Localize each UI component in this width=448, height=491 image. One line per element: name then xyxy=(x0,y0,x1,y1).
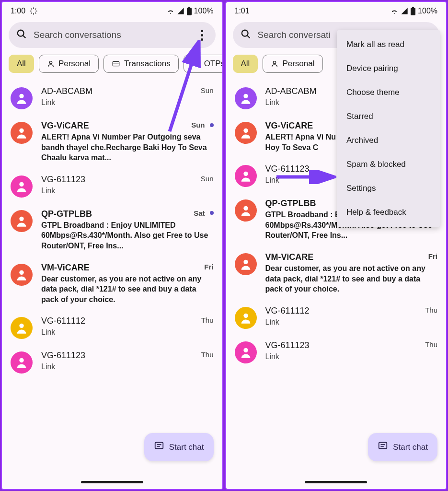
status-bar: 1:00 100% xyxy=(2,2,222,17)
unread-indicator xyxy=(210,211,214,215)
menu-spam-blocked[interactable]: Spam & blocked xyxy=(337,152,440,176)
search-icon xyxy=(16,29,27,41)
search-placeholder: Search conversations xyxy=(34,30,196,40)
menu-help-feedback[interactable]: Help & feedback xyxy=(337,200,440,224)
conversation-item[interactable]: VG-611123ThuLink xyxy=(2,345,222,379)
fab-label: Start chat xyxy=(169,443,204,452)
battery-percent: 100% xyxy=(418,7,437,15)
conversation-list[interactable]: AD-ABCABMSunLinkVG-ViCARESunALERT! Apna … xyxy=(2,79,222,489)
conversation-item[interactable]: AD-ABCABMSunLink xyxy=(2,81,222,115)
svg-point-27 xyxy=(243,129,248,133)
svg-line-3 xyxy=(23,35,26,38)
avatar xyxy=(11,175,33,198)
conversation-preview: Dear customer, as you are not active on … xyxy=(265,263,438,294)
svg-point-4 xyxy=(49,61,52,64)
conversation-item[interactable]: VG-611123SunLink xyxy=(2,169,222,203)
conversation-sender: VM-ViCARE xyxy=(41,263,90,273)
svg-rect-17 xyxy=(155,443,163,449)
chip-label: Personal xyxy=(58,59,91,69)
nav-bar-handle[interactable] xyxy=(305,481,367,483)
svg-point-10 xyxy=(19,94,23,98)
conversation-sender: VG-611112 xyxy=(41,316,85,326)
menu-mark-all-read[interactable]: Mark all as read xyxy=(337,33,440,57)
overflow-menu: Mark all as read Device pairing Choose t… xyxy=(337,30,440,227)
svg-point-7 xyxy=(193,62,195,65)
chip-transactions[interactable]: Transactions xyxy=(103,55,179,73)
start-chat-fab[interactable]: Start chat xyxy=(368,433,437,461)
search-icon xyxy=(241,29,251,41)
conversation-time: Thu xyxy=(201,316,214,324)
nav-bar-handle[interactable] xyxy=(81,481,143,483)
menu-settings[interactable]: Settings xyxy=(337,176,440,200)
svg-point-12 xyxy=(19,182,23,186)
svg-rect-5 xyxy=(113,61,119,66)
avatar xyxy=(235,199,257,222)
svg-point-31 xyxy=(243,313,248,317)
conversation-time: Sun xyxy=(201,86,214,94)
conversation-sender: AD-ABCABM xyxy=(41,86,92,96)
conversation-preview: Dear customer, as you are not active on … xyxy=(41,274,214,305)
menu-device-pairing[interactable]: Device pairing xyxy=(337,57,440,81)
chip-all[interactable]: All xyxy=(9,55,34,73)
start-chat-fab[interactable]: Start chat xyxy=(144,433,214,461)
conversation-preview: Link xyxy=(265,351,438,362)
avatar xyxy=(235,307,257,329)
chip-all[interactable]: All xyxy=(233,55,258,73)
clock: 1:01 xyxy=(235,7,250,15)
status-bar: 1:01 100% xyxy=(226,2,447,17)
conversation-sender: AD-ABCABM xyxy=(265,86,317,96)
conversation-preview: Link xyxy=(41,97,214,108)
conversation-time: Sat xyxy=(194,209,205,217)
chip-label: Personal xyxy=(282,59,314,69)
menu-starred[interactable]: Starred xyxy=(337,105,440,129)
clock: 1:00 xyxy=(11,7,25,15)
conversation-item[interactable]: VG-ViCARESunALERT! Apna Vi Number Par Ou… xyxy=(2,115,222,169)
svg-point-16 xyxy=(19,358,23,362)
search-bar[interactable]: Search conversations xyxy=(9,22,216,48)
svg-rect-22 xyxy=(412,7,414,8)
conversation-item[interactable]: VG-611123ThuLink xyxy=(226,335,447,369)
svg-point-32 xyxy=(243,348,248,352)
chip-personal[interactable]: Personal xyxy=(39,55,99,73)
chip-otps[interactable]: OTPs xyxy=(184,55,222,73)
conversation-time: Thu xyxy=(201,351,214,359)
conversation-item[interactable]: VM-ViCAREFriDear customer, as you are no… xyxy=(2,257,222,311)
chip-personal[interactable]: Personal xyxy=(263,55,322,73)
conversation-time: Fri xyxy=(204,263,213,271)
conversation-preview: Link xyxy=(265,317,438,327)
menu-archived[interactable]: Archived xyxy=(337,129,440,152)
conversation-item[interactable]: VG-611112ThuLink xyxy=(226,300,447,335)
conversation-sender: VG-611112 xyxy=(265,306,310,316)
conversation-item[interactable]: VG-611112ThuLink xyxy=(2,310,222,345)
battery-icon xyxy=(186,7,192,15)
avatar xyxy=(11,264,33,286)
avatar xyxy=(11,210,33,232)
wifi-icon xyxy=(390,7,399,15)
more-options-button[interactable] xyxy=(196,30,208,41)
conversation-item[interactable]: VM-ViCAREFriDear customer, as you are no… xyxy=(226,246,447,300)
battery-percent: 100% xyxy=(194,7,214,15)
svg-rect-33 xyxy=(379,443,387,449)
menu-choose-theme[interactable]: Choose theme xyxy=(337,81,440,105)
svg-point-26 xyxy=(243,94,248,98)
person-icon xyxy=(47,60,55,68)
svg-point-30 xyxy=(243,260,248,264)
conversation-time: Sun xyxy=(201,175,214,183)
key-icon xyxy=(192,60,200,68)
avatar xyxy=(11,317,33,339)
conversation-sender: QP-GTPLBB xyxy=(41,209,92,219)
chip-label: All xyxy=(241,59,250,69)
conversation-time: Sun xyxy=(191,121,205,129)
conversation-item[interactable]: QP-GTPLBBSatGTPL Broadband : Enjoy UNLIM… xyxy=(2,203,222,257)
svg-rect-21 xyxy=(411,8,415,15)
avatar xyxy=(11,351,33,374)
conversation-preview: Link xyxy=(41,327,214,338)
card-icon xyxy=(112,60,120,68)
signal-icon xyxy=(401,7,408,15)
svg-point-13 xyxy=(19,216,23,221)
conversation-preview: GTPL Broadband : Enjoy UNLIMITED 60Mbps@… xyxy=(41,220,214,251)
conversation-sender: VG-ViCARE xyxy=(41,121,89,131)
conversation-sender: QP-GTPLBB xyxy=(265,199,316,209)
svg-rect-1 xyxy=(188,7,190,8)
conversation-sender: VM-ViCARE xyxy=(265,252,314,262)
